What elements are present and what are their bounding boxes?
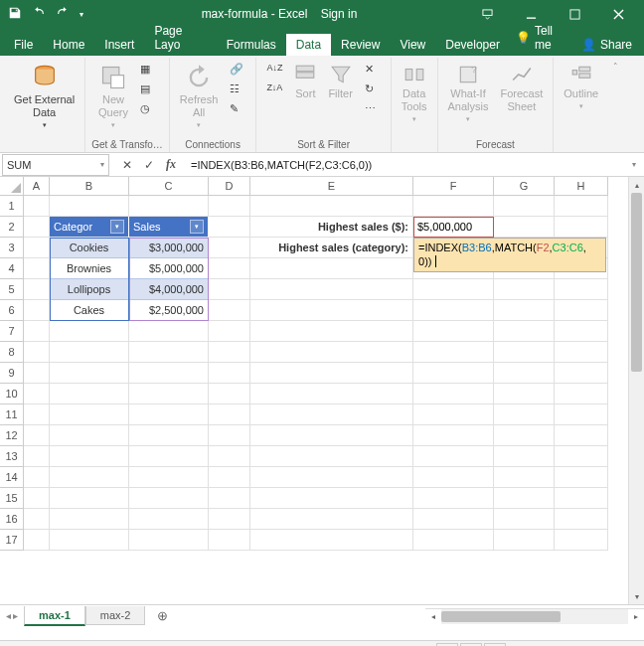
row-header-13[interactable]: 13	[0, 446, 24, 467]
cell-C5[interactable]: $4,000,000	[129, 279, 209, 300]
cell-A14[interactable]	[24, 467, 50, 488]
cell-H7[interactable]	[555, 321, 608, 342]
cell-F17[interactable]	[413, 530, 494, 551]
cell-D16[interactable]	[209, 509, 250, 530]
scrollbar-thumb-h[interactable]	[441, 611, 561, 622]
col-header-A[interactable]: A	[24, 177, 50, 196]
cell-D8[interactable]	[209, 342, 250, 363]
cell-B15[interactable]	[50, 488, 129, 509]
cell-E14[interactable]	[250, 467, 413, 488]
cell-B3[interactable]: Cookies	[50, 238, 129, 258]
cell-H17[interactable]	[555, 530, 608, 551]
row-header-8[interactable]: 8	[0, 342, 24, 363]
scroll-left-icon[interactable]: ◂	[425, 609, 441, 625]
cell-D9[interactable]	[209, 363, 250, 384]
scroll-right-icon[interactable]: ▸	[628, 609, 644, 625]
qat-dropdown-icon[interactable]: ▾	[80, 10, 83, 19]
cell-B2[interactable]: Categor▾	[50, 217, 129, 238]
column-headers[interactable]: ABCDEFGH	[24, 177, 608, 196]
share-button[interactable]: 👤Share	[573, 34, 640, 56]
tab-page-layout[interactable]: Page Layo	[144, 20, 216, 56]
cell-D11[interactable]	[209, 404, 250, 425]
cell-F6[interactable]	[413, 300, 494, 321]
tab-home[interactable]: Home	[43, 34, 94, 56]
cell-C8[interactable]	[129, 342, 209, 363]
sheet-nav[interactable]: ◂▸	[0, 610, 24, 621]
row-header-6[interactable]: 6	[0, 300, 24, 321]
cell-C10[interactable]	[129, 384, 209, 404]
cell-D15[interactable]	[209, 488, 250, 509]
close-button[interactable]	[598, 0, 638, 28]
cell-G14[interactable]	[494, 467, 555, 488]
redo-icon[interactable]	[56, 6, 70, 23]
row-header-16[interactable]: 16	[0, 509, 24, 530]
cell-D2[interactable]	[209, 217, 250, 238]
cell-H1[interactable]	[555, 196, 608, 217]
cell-D3[interactable]	[209, 238, 250, 258]
cell-H6[interactable]	[555, 300, 608, 321]
tell-me[interactable]: 💡Tell me	[510, 20, 573, 56]
row-header-15[interactable]: 15	[0, 488, 24, 509]
cell-A17[interactable]	[24, 530, 50, 551]
cell-F5[interactable]	[413, 279, 494, 300]
edit-links-button[interactable]: ✎	[226, 101, 249, 119]
cell-B5[interactable]: Lollipops	[50, 279, 129, 300]
cell-E2[interactable]: Highest sales ($):	[250, 217, 413, 238]
cell-H5[interactable]	[555, 279, 608, 300]
col-header-D[interactable]: D	[209, 177, 250, 196]
cell-G6[interactable]	[494, 300, 555, 321]
row-header-2[interactable]: 2	[0, 217, 24, 238]
cell-B13[interactable]	[50, 446, 129, 467]
row-header-9[interactable]: 9	[0, 363, 24, 384]
row-header-7[interactable]: 7	[0, 321, 24, 342]
cell-D6[interactable]	[209, 300, 250, 321]
cell-C9[interactable]	[129, 363, 209, 384]
cell-D7[interactable]	[209, 321, 250, 342]
normal-view-button[interactable]	[436, 643, 458, 647]
cell-C14[interactable]	[129, 467, 209, 488]
cell-G13[interactable]	[494, 446, 555, 467]
show-queries-button[interactable]: ▦	[136, 62, 160, 80]
cell-D10[interactable]	[209, 384, 250, 404]
cell-D13[interactable]	[209, 446, 250, 467]
tab-data[interactable]: Data	[286, 34, 331, 56]
cell-C16[interactable]	[129, 509, 209, 530]
cell-H12[interactable]	[555, 425, 608, 446]
row-header-4[interactable]: 4	[0, 258, 24, 279]
tab-formulas[interactable]: Formulas	[217, 34, 286, 56]
collapse-ribbon-button[interactable]: ˄	[608, 58, 622, 152]
cell-H16[interactable]	[555, 509, 608, 530]
cell-G8[interactable]	[494, 342, 555, 363]
undo-icon[interactable]	[32, 6, 46, 23]
tab-file[interactable]: File	[4, 34, 43, 56]
add-sheet-button[interactable]: ⊕	[145, 608, 169, 623]
cell-G17[interactable]	[494, 530, 555, 551]
cell-G2[interactable]	[494, 217, 555, 238]
sheet-tab-1[interactable]: max-1	[24, 606, 85, 626]
tab-view[interactable]: View	[390, 34, 435, 56]
row-header-17[interactable]: 17	[0, 530, 24, 551]
cell-B9[interactable]	[50, 363, 129, 384]
cell-C6[interactable]: $2,500,000	[129, 300, 209, 321]
cell-C17[interactable]	[129, 530, 209, 551]
cell-G15[interactable]	[494, 488, 555, 509]
scroll-up-icon[interactable]: ▴	[629, 177, 644, 193]
cell-F10[interactable]	[413, 384, 494, 404]
cell-E8[interactable]	[250, 342, 413, 363]
cell-C13[interactable]	[129, 446, 209, 467]
tab-developer[interactable]: Developer	[435, 34, 510, 56]
row-headers[interactable]: 1234567891011121314151617	[0, 196, 24, 551]
row-header-11[interactable]: 11	[0, 404, 24, 425]
cell-H15[interactable]	[555, 488, 608, 509]
cell-A13[interactable]	[24, 446, 50, 467]
cell-H8[interactable]	[555, 342, 608, 363]
connections-button[interactable]: 🔗	[226, 62, 249, 80]
cancel-formula-button[interactable]: ✕	[117, 155, 137, 175]
cell-C3[interactable]: $3,000,000	[129, 238, 209, 258]
cell-F7[interactable]	[413, 321, 494, 342]
cell-H2[interactable]	[555, 217, 608, 238]
cell-C1[interactable]	[129, 196, 209, 217]
cell-A8[interactable]	[24, 342, 50, 363]
cell-F11[interactable]	[413, 404, 494, 425]
cell-A16[interactable]	[24, 509, 50, 530]
